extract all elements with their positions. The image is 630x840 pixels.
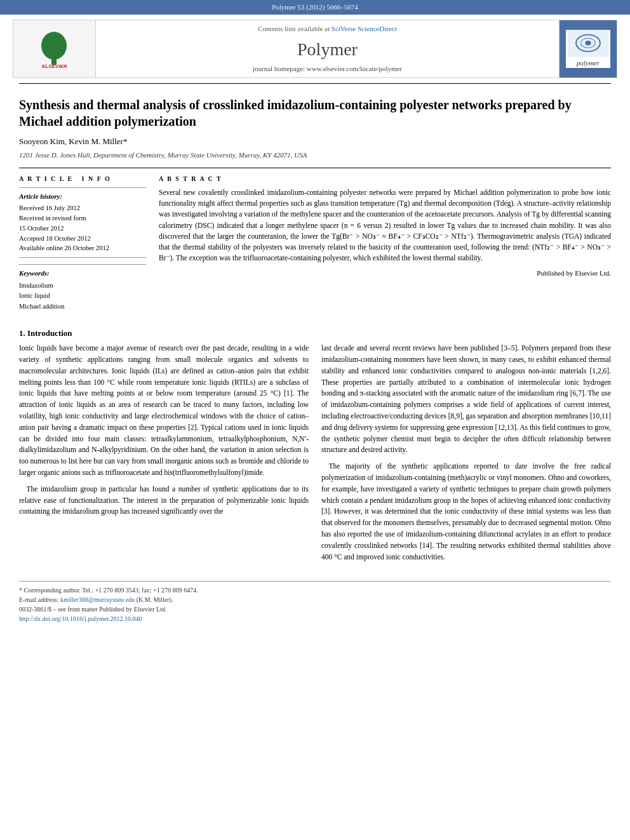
footnote-issn: 0032-3861/$ – see front matter Published… [19, 604, 611, 614]
footnote-email-suffix: (K.M. Miller). [137, 596, 173, 603]
intro-right-col: last decade and several recent reviews h… [321, 343, 611, 568]
footnote-email-label: E-mail address: [19, 596, 58, 603]
svg-point-7 [585, 41, 591, 46]
svg-text:ELSEVIER: ELSEVIER [42, 63, 67, 69]
abstract-text: Several new covalently crosslinked imida… [159, 187, 611, 278]
journal-citation: Polymer 53 (2012) 5666–5674 [272, 3, 358, 11]
keyword-3: Michael addition [19, 302, 146, 312]
intro-right-p2: The majority of the synthetic applicatio… [321, 461, 611, 563]
footnote-email-link[interactable]: kmiller388@murraystate.edu [60, 596, 135, 603]
article-history-title: Article history: [19, 192, 146, 201]
keyword-2: Ionic liquid [19, 291, 146, 302]
footnote-corresponding: * Corresponding author. Tel.: +1 270 809… [19, 585, 611, 595]
footnote-doi: http://dx.doi.org/10.1016/j.polymer.2012… [19, 614, 611, 623]
introduction-body: Ionic liquids have become a major avenue… [19, 343, 611, 568]
abstract-column: A B S T R A C T Several new covalently c… [159, 175, 611, 316]
abstract-header: A B S T R A C T [159, 175, 611, 183]
polymer-label: polymer [577, 58, 600, 68]
article-title: Synthesis and thermal analysis of crossl… [19, 97, 611, 130]
keywords-block: Keywords: Imidazolium Ionic liquid Micha… [19, 264, 146, 316]
homepage-line: journal homepage: www.elsevier.com/locat… [253, 64, 402, 74]
authors-text: Sooyeon Kim, Kevin M. Miller* [19, 137, 127, 146]
abstract-body: Several new covalently crosslinked imida… [159, 189, 611, 262]
accepted-line: Accepted 18 October 2012 [19, 234, 146, 244]
journal-title: Polymer [297, 37, 358, 62]
article-info-abstract-section: A R T I C L E I N F O Article history: R… [19, 175, 611, 316]
intro-left-p2: The imidazolium group in particular has … [19, 484, 309, 517]
article-info-column: A R T I C L E I N F O Article history: R… [19, 175, 146, 316]
cover-art [566, 30, 610, 57]
article-info-header: A R T I C L E I N F O [19, 175, 146, 183]
elsevier-logo-svg: ELSEVIER [23, 27, 86, 71]
introduction-section: 1. Introduction Ionic liquids have becom… [19, 328, 611, 568]
intro-left-col: Ionic liquids have become a major avenue… [19, 343, 309, 568]
available-line: Available online 26 October 2012 [19, 243, 146, 253]
published-line: Published by Elsevier Ltd. [159, 268, 611, 279]
svg-point-2 [41, 32, 67, 60]
section-title-introduction: 1. Introduction [19, 328, 611, 339]
journal-citation-bar: Polymer 53 (2012) 5666–5674 [0, 0, 630, 15]
keywords-title: Keywords: [19, 269, 146, 278]
doi-link[interactable]: http://dx.doi.org/10.1016/j.polymer.2012… [19, 615, 142, 622]
elsevier-logo-area: ELSEVIER [13, 20, 96, 77]
sciverse-link[interactable]: SciVerse ScienceDirect [332, 25, 397, 32]
received-revised-label: Received in revised form [19, 213, 146, 223]
received-line: Received 16 July 2012 [19, 203, 146, 213]
journal-info-center: Contents lists available at SciVerse Sci… [96, 20, 560, 77]
article-content: Synthesis and thermal analysis of crossl… [0, 83, 630, 623]
article-info-divider [19, 168, 611, 168]
article-history-block: Article history: Received 16 July 2012 R… [19, 187, 146, 258]
keyword-1: Imidazolium [19, 281, 146, 291]
sciverse-line: Contents lists available at SciVerse Sci… [258, 24, 396, 34]
polymer-badge-area: polymer [560, 20, 617, 77]
header-divider [19, 83, 611, 84]
footnote-email-line: E-mail address: kmiller388@murraystate.e… [19, 595, 611, 604]
authors-line: Sooyeon Kim, Kevin M. Miller* [19, 136, 611, 147]
intro-left-p1: Ionic liquids have become a major avenue… [19, 343, 309, 479]
intro-right-p1: last decade and several recent reviews h… [321, 343, 611, 456]
journal-header: ELSEVIER Contents lists available at Sci… [13, 20, 617, 78]
received-revised-date: 15 October 2012 [19, 223, 146, 234]
footnote-area: * Corresponding author. Tel.: +1 270 809… [19, 581, 611, 623]
affiliation-line: 1201 Jesse D. Jones Hall, Department of … [19, 150, 611, 160]
